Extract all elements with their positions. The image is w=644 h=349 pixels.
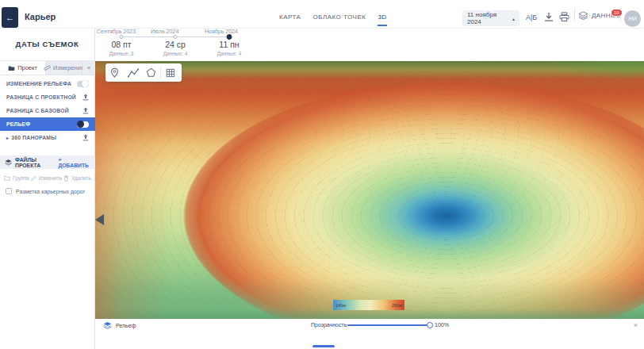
- header-divider: [574, 8, 575, 21]
- group-button-label: Группа: [13, 175, 29, 181]
- survey-timeline: Сентябрь 2023 08 пт Данные: 3 Июль 2024 …: [95, 29, 644, 61]
- avatar[interactable]: НИ: [624, 10, 641, 27]
- print-icon[interactable]: [559, 12, 569, 22]
- trash-icon: [63, 175, 69, 182]
- layers-stack-icon: [5, 159, 12, 166]
- view-tabs: КАРТА ОБЛАКО ТОЧЕК 3D: [279, 0, 387, 26]
- tab-3d[interactable]: 3D: [378, 13, 386, 26]
- folder-icon: [8, 65, 15, 71]
- pin-tool-icon[interactable]: [105, 63, 124, 82]
- timeline-dot[interactable]: [174, 35, 178, 39]
- tab-measurements[interactable]: Измерения: [46, 61, 82, 75]
- group-button[interactable]: Группа: [4, 175, 29, 181]
- add-file-button[interactable]: + ДОБАВИТЬ: [58, 157, 90, 168]
- timeline-meta: Данные: 3: [97, 51, 146, 56]
- ruler-icon: [44, 64, 51, 71]
- layer-row-diff-project[interactable]: РАЗНИЦА С ПРОЕКТНОЙ: [0, 90, 95, 104]
- timeline-day[interactable]: 24 ср: [151, 40, 200, 49]
- polyline-tool-icon[interactable]: [124, 63, 142, 82]
- edit-button[interactable]: Изменить: [31, 175, 62, 181]
- header: ← Карьер КАРТА ОБЛАКО ТОЧЕК 3D 11 ноября…: [0, 0, 644, 29]
- elevation-legend: 140м 290м: [333, 300, 404, 310]
- toggle-knob: [77, 121, 84, 128]
- opacity-slider[interactable]: [347, 324, 430, 326]
- sidebar-title: ДАТЫ СЪЕМОК: [0, 40, 94, 48]
- timeline-entry: Ноябрь 2024 11 пн Данные: 4: [205, 29, 254, 35]
- layer-row-panoramas[interactable]: ▸ 360 ПАНОРАМЫ: [0, 131, 95, 144]
- back-arrow-icon: ←: [6, 13, 14, 22]
- polygon-tool-icon[interactable]: [142, 63, 160, 82]
- timeline-entry: Сентябрь 2023 08 пт Данные: 3: [97, 29, 146, 35]
- layer-label: РАЗНИЦА С БАЗОВОЙ: [6, 108, 69, 113]
- layer-row-diff-base[interactable]: РАЗНИЦА С БАЗОВОЙ: [0, 104, 95, 117]
- tab-project-label: Проект: [17, 64, 37, 71]
- layer-label: ИЗМЕНЕНИЕ РЕЛЬЕФА: [6, 81, 71, 86]
- layer-row-relief-change[interactable]: ИЗМЕНЕНИЕ РЕЛЬЕФА: [0, 77, 95, 90]
- layer-label: РАЗНИЦА С ПРОЕКТНОЙ: [6, 94, 76, 100]
- active-layer-label: Рельеф: [116, 323, 136, 328]
- layer-control-bar: Рельеф Прозрачность 100% ×: [95, 319, 644, 332]
- tab-map[interactable]: КАРТА: [279, 13, 301, 26]
- tab-measurements-label: Измерения: [53, 64, 84, 71]
- date-selector-value: 11 ноября 2024: [467, 11, 512, 25]
- sidebar-collapse-handle[interactable]: [95, 214, 104, 225]
- app-window: ← Карьер КАРТА ОБЛАКО ТОЧЕК 3D 11 ноября…: [0, 0, 644, 349]
- timeline-meta: Данные: 4: [151, 51, 200, 56]
- tab-point-cloud[interactable]: ОБЛАКО ТОЧЕК: [312, 13, 366, 26]
- layers-stack-icon-blue: [103, 321, 112, 329]
- chevron-right-icon[interactable]: ▸: [6, 135, 9, 140]
- layer-label: РЕЛЬЕФ: [6, 121, 30, 127]
- back-button[interactable]: ←: [2, 7, 18, 28]
- pencil-icon: [31, 175, 36, 181]
- timeline-month: Сентябрь 2023: [97, 29, 146, 35]
- roads-checkbox[interactable]: [6, 188, 12, 194]
- map-toolbar: [105, 63, 182, 82]
- timeline-month: Июль 2024: [151, 29, 200, 35]
- sidebar: ДАТЫ СЪЕМОК Проект Измерения « ИЗМЕНЕНИЕ…: [0, 29, 95, 349]
- edit-button-label: Изменить: [39, 175, 62, 181]
- opacity-value: 100%: [435, 322, 449, 328]
- sidebar-collapse-button[interactable]: «: [82, 61, 95, 75]
- roads-checkbox-label: Разметка карьерных дорог: [16, 189, 85, 194]
- roads-checkbox-row[interactable]: Разметка карьерных дорог: [0, 188, 95, 194]
- timeline-meta: Данные: 4: [205, 51, 254, 56]
- timeline-entry: Июль 2024 24 ср Данные: 4: [151, 29, 200, 35]
- toggle-knob: [82, 80, 89, 87]
- page-title: Карьер: [25, 12, 56, 21]
- grid-tool-icon[interactable]: [161, 63, 179, 82]
- terrain-3d-viewport[interactable]: 140м 290м: [95, 61, 644, 319]
- timeline-dot[interactable]: [120, 35, 124, 39]
- opacity-slider-knob[interactable]: [427, 322, 433, 328]
- legend-min-label: 140м: [335, 303, 346, 308]
- tab-project[interactable]: Проект: [0, 61, 46, 75]
- toggle-off[interactable]: [77, 81, 89, 87]
- timeline-dot-selected[interactable]: [227, 34, 232, 40]
- upload-icon[interactable]: [82, 94, 89, 101]
- upload-icon[interactable]: [82, 107, 89, 114]
- close-icon[interactable]: ×: [634, 321, 638, 329]
- project-files-title: ФАЙЛЫ ПРОЕКТА: [15, 157, 58, 168]
- date-selector[interactable]: 11 ноября 2024 ▴: [462, 10, 519, 26]
- opacity-label: Прозрачность: [311, 322, 347, 328]
- delete-button-label: Удалить: [71, 175, 91, 181]
- delete-button[interactable]: Удалить: [63, 175, 91, 182]
- timeline-day[interactable]: 11 пн: [205, 40, 254, 49]
- legend-max-label: 290м: [392, 303, 402, 308]
- folder-group-icon: [4, 175, 10, 181]
- layers-diamond-icon: [578, 11, 588, 20]
- download-icon[interactable]: [544, 12, 554, 22]
- notification-badge: 10: [611, 9, 623, 17]
- layer-list: ИЗМЕНЕНИЕ РЕЛЬЕФА РАЗНИЦА С ПРОЕКТНОЙ РА…: [0, 77, 95, 144]
- file-actions: Группа Изменить Удалить: [0, 172, 95, 184]
- layer-row-relief[interactable]: РЕЛЬЕФ: [0, 117, 95, 131]
- toggle-on[interactable]: [77, 121, 89, 128]
- sidebar-tabs: Проект Измерения «: [0, 60, 95, 75]
- terrain-rim-shading: [95, 61, 644, 319]
- upload-icon[interactable]: [82, 134, 89, 141]
- scroll-indicator[interactable]: [312, 345, 335, 347]
- caret-up-icon: ▴: [512, 16, 515, 21]
- labels-toggle-button[interactable]: А|Б: [526, 13, 537, 21]
- layer-label: 360 ПАНОРАМЫ: [11, 135, 56, 140]
- project-files-header: ФАЙЛЫ ПРОЕКТА + ДОБАВИТЬ: [0, 155, 95, 169]
- timeline-day[interactable]: 08 пт: [97, 40, 146, 49]
